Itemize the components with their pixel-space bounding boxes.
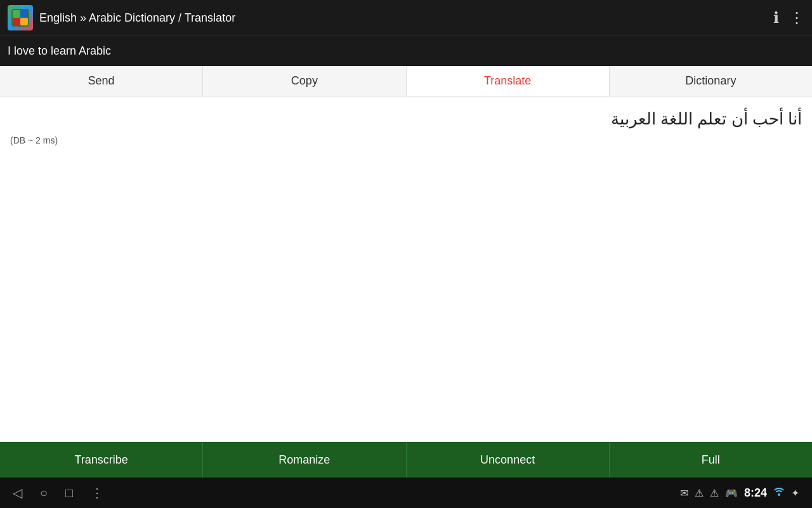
svg-rect-1 xyxy=(13,10,20,18)
copy-button[interactable]: Copy xyxy=(203,66,406,96)
transcribe-button[interactable]: Transcribe xyxy=(0,442,203,478)
system-time: 8:24 xyxy=(744,486,767,500)
dictionary-button[interactable]: Dictionary xyxy=(610,66,812,96)
top-bar-right: ℹ ⋮ xyxy=(773,9,804,27)
home-icon[interactable]: ○ xyxy=(40,486,48,500)
nav-more-icon[interactable]: ⋮ xyxy=(91,485,103,500)
wifi-icon xyxy=(773,487,785,498)
unconnect-button[interactable]: Unconnect xyxy=(407,442,610,478)
warning2-icon: ⚠ xyxy=(710,487,719,499)
send-button[interactable]: Send xyxy=(0,66,203,96)
translated-text: أنا أحب أن تعلم اللغة العربية xyxy=(10,109,802,129)
input-text: I love to learn Arabic xyxy=(8,44,111,58)
email-icon: ✉ xyxy=(680,487,688,499)
full-button[interactable]: Full xyxy=(610,442,812,478)
top-bar-left: English » Arabic Dictionary / Translator xyxy=(8,5,235,30)
back-icon[interactable]: ◁ xyxy=(13,485,22,500)
info-icon[interactable]: ℹ xyxy=(773,9,779,27)
content-area: أنا أحب أن تعلم اللغة العربية (DB ~ 2 ms… xyxy=(0,97,812,442)
warning1-icon: ⚠ xyxy=(695,487,704,499)
system-nav: ◁ ○ □ ⋮ ✉ ⚠ ⚠ 🎮 8:24 ✦ xyxy=(0,478,812,508)
svg-rect-2 xyxy=(20,10,28,18)
svg-point-5 xyxy=(778,493,780,496)
nav-left: ◁ ○ □ ⋮ xyxy=(13,485,103,500)
bluetooth-icon: ✦ xyxy=(791,487,799,499)
top-bar: English » Arabic Dictionary / Translator… xyxy=(0,0,812,36)
svg-rect-4 xyxy=(20,18,28,25)
nav-right: ✉ ⚠ ⚠ 🎮 8:24 ✦ xyxy=(680,486,799,500)
input-row[interactable]: I love to learn Arabic xyxy=(0,36,812,66)
romanize-button[interactable]: Romanize xyxy=(203,442,406,478)
translate-button[interactable]: Translate xyxy=(407,66,610,96)
timing-text: (DB ~ 2 ms) xyxy=(10,135,802,145)
app-icon xyxy=(8,5,33,30)
recents-icon[interactable]: □ xyxy=(65,486,73,500)
svg-rect-3 xyxy=(13,18,20,25)
bottom-action-bar: Transcribe Romanize Unconnect Full xyxy=(0,442,812,478)
action-row: Send Copy Translate Dictionary xyxy=(0,66,812,97)
gamepad-icon: 🎮 xyxy=(725,487,738,499)
more-options-icon[interactable]: ⋮ xyxy=(789,9,804,27)
app-title: English » Arabic Dictionary / Translator xyxy=(39,11,235,25)
